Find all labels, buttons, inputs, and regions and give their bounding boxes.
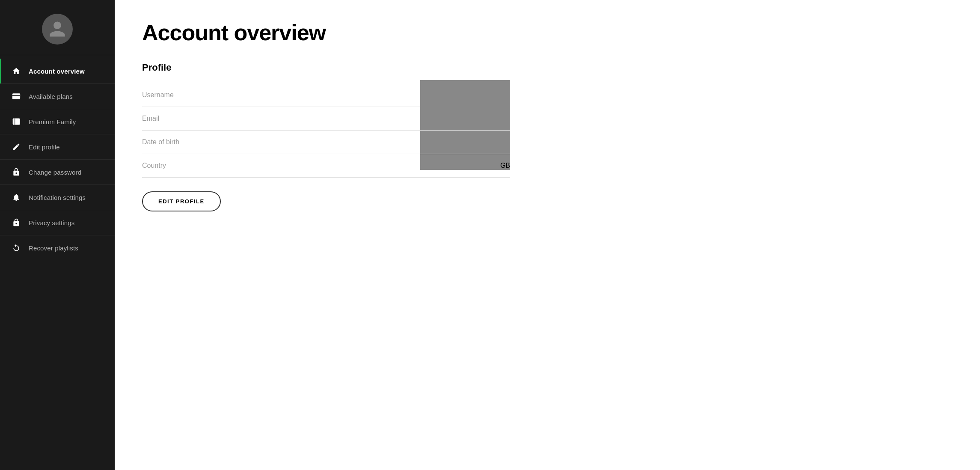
- profile-row-country: Country GB: [142, 154, 510, 178]
- svg-rect-0: [12, 93, 20, 99]
- edit-icon: [12, 142, 21, 152]
- main-content: Account overview Profile Username Email …: [115, 0, 980, 470]
- profile-section: Profile Username Email Date of birth Cou…: [142, 62, 510, 211]
- page-title: Account overview: [142, 21, 953, 45]
- sidebar-item-change-password[interactable]: Change password: [0, 160, 115, 184]
- sidebar-item-label-change-password: Change password: [29, 169, 81, 176]
- country-value: GB: [500, 162, 510, 170]
- plans-icon: [12, 92, 21, 101]
- sidebar-item-premium-family[interactable]: Premium Family: [0, 109, 115, 134]
- sidebar-item-label-notification-settings: Notification settings: [29, 194, 86, 201]
- profile-row-email: Email: [142, 107, 510, 131]
- bell-icon: [12, 193, 21, 202]
- sidebar-item-label-available-plans: Available plans: [29, 93, 73, 100]
- sidebar-item-privacy-settings[interactable]: Privacy settings: [0, 210, 115, 235]
- privacy-icon: [12, 218, 21, 227]
- sidebar-item-label-account-overview: Account overview: [29, 68, 85, 75]
- sidebar-item-edit-profile[interactable]: Edit profile: [0, 134, 115, 159]
- sidebar-item-available-plans[interactable]: Available plans: [0, 84, 115, 109]
- sidebar-item-label-privacy-settings: Privacy settings: [29, 219, 74, 226]
- sidebar-item-account-overview[interactable]: Account overview: [0, 59, 115, 83]
- sidebar: Account overview Available plans Pre: [0, 0, 115, 470]
- recover-icon: [12, 243, 21, 253]
- dob-label: Date of birth: [142, 138, 211, 146]
- family-icon: [12, 117, 21, 126]
- user-icon: [48, 20, 67, 39]
- profile-section-title: Profile: [142, 62, 510, 73]
- lock-icon: [12, 167, 21, 177]
- sidebar-item-label-recover-playlists: Recover playlists: [29, 244, 78, 252]
- sidebar-item-notification-settings[interactable]: Notification settings: [0, 185, 115, 210]
- email-label: Email: [142, 115, 211, 122]
- avatar-area: [0, 0, 115, 55]
- sidebar-item-label-premium-family: Premium Family: [29, 118, 76, 125]
- profile-row-username: Username: [142, 83, 510, 107]
- edit-profile-button[interactable]: EDIT PROFILE: [142, 191, 221, 211]
- sidebar-nav: Account overview Available plans Pre: [0, 55, 115, 470]
- home-icon: [12, 66, 21, 76]
- sidebar-item-label-edit-profile: Edit profile: [29, 143, 60, 151]
- avatar: [42, 14, 73, 45]
- svg-rect-2: [13, 119, 20, 125]
- username-label: Username: [142, 91, 211, 99]
- profile-row-dob: Date of birth: [142, 131, 510, 154]
- sidebar-item-recover-playlists[interactable]: Recover playlists: [0, 235, 115, 260]
- country-label: Country: [142, 162, 211, 170]
